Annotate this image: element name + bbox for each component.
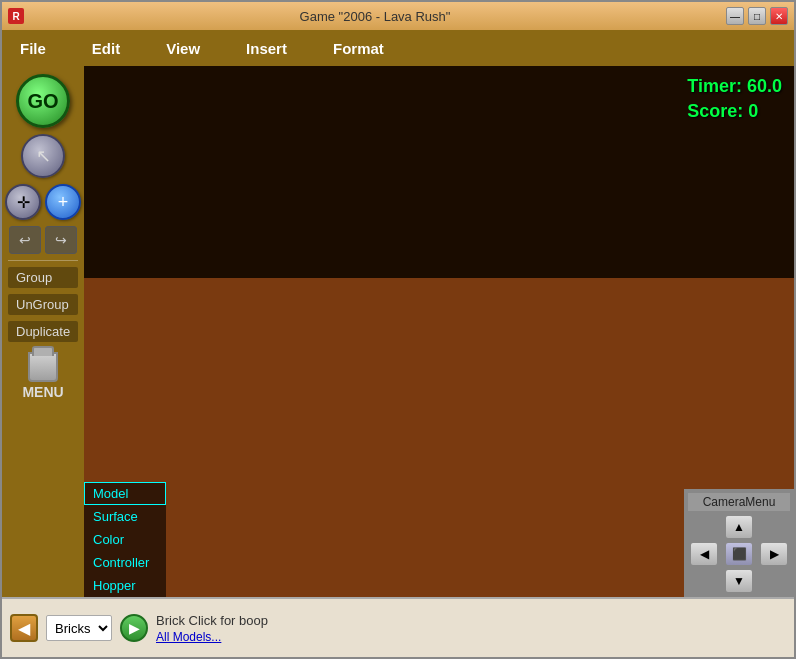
hud-display: Timer: 60.0 Score: 0 bbox=[687, 74, 782, 124]
camera-menu-label: CameraMenu bbox=[688, 493, 790, 511]
window-controls: — □ ✕ bbox=[726, 7, 788, 25]
close-button[interactable]: ✕ bbox=[770, 7, 788, 25]
duplicate-button[interactable]: Duplicate bbox=[8, 321, 78, 342]
tab-controller[interactable]: Controller bbox=[84, 551, 166, 574]
tool-row: ✛ + bbox=[5, 184, 81, 220]
game-canvas: Timer: 60.0 Score: 0 Model Surface Color… bbox=[84, 66, 794, 597]
prev-arrow-icon: ◀ bbox=[18, 619, 30, 638]
app-icon: R bbox=[8, 8, 24, 24]
model-select[interactable]: Bricks bbox=[46, 615, 112, 641]
cam-left-button[interactable]: ◀ bbox=[690, 542, 718, 566]
camera-controls: ▲ ◀ ⬛ ▶ ▼ bbox=[688, 515, 790, 593]
trash-icon bbox=[28, 352, 58, 382]
all-models-link[interactable]: All Models... bbox=[156, 630, 268, 644]
cam-up-button[interactable]: ▲ bbox=[725, 515, 753, 539]
ungroup-button[interactable]: UnGroup bbox=[8, 294, 78, 315]
cam-center-button[interactable]: ⬛ bbox=[725, 542, 753, 566]
tab-hopper[interactable]: Hopper bbox=[84, 574, 166, 597]
cam-right-button[interactable]: ▶ bbox=[760, 542, 788, 566]
brick-info: Brick Click for boop All Models... bbox=[156, 613, 268, 644]
trash-button[interactable]: MENU bbox=[23, 352, 63, 400]
move-tool-button[interactable]: ✛ bbox=[5, 184, 41, 220]
cursor-tool-button[interactable]: ↖ bbox=[21, 134, 65, 178]
left-toolbar: GO ↖ ✛ + ↩ ↪ bbox=[2, 66, 84, 597]
play-icon: ▶ bbox=[129, 620, 140, 636]
menu-label: MENU bbox=[22, 384, 63, 400]
menu-bar: File Edit View Insert Format bbox=[2, 30, 794, 66]
minimize-button[interactable]: — bbox=[726, 7, 744, 25]
menu-edit[interactable]: Edit bbox=[84, 36, 128, 61]
toolbar-divider-1 bbox=[8, 260, 78, 261]
main-area: GO ↖ ✛ + ↩ ↪ bbox=[2, 66, 794, 597]
go-button[interactable]: GO bbox=[16, 74, 70, 128]
add-tool-button[interactable]: + bbox=[45, 184, 81, 220]
action-icon-1: ↩ bbox=[19, 232, 31, 248]
play-button[interactable]: ▶ bbox=[120, 614, 148, 642]
menu-format[interactable]: Format bbox=[325, 36, 392, 61]
game-viewport[interactable]: Timer: 60.0 Score: 0 Model Surface Color… bbox=[84, 66, 794, 597]
menu-file[interactable]: File bbox=[12, 36, 54, 61]
main-window: R Game "2006 - Lava Rush" — □ ✕ File Edi… bbox=[0, 0, 796, 659]
score-display: Score: 0 bbox=[687, 99, 782, 124]
bottom-panel: ◀ Bricks ▶ Brick Click for boop All Mode… bbox=[2, 597, 794, 657]
tab-surface[interactable]: Surface bbox=[84, 505, 166, 528]
tab-color[interactable]: Color bbox=[84, 528, 166, 551]
timer-display: Timer: 60.0 bbox=[687, 74, 782, 99]
prev-arrow-button[interactable]: ◀ bbox=[10, 614, 38, 642]
action-btn-2[interactable]: ↪ bbox=[45, 226, 77, 254]
side-panel: Model Surface Color Controller Hopper bbox=[84, 482, 166, 597]
action-icon-2: ↪ bbox=[55, 232, 67, 248]
menu-insert[interactable]: Insert bbox=[238, 36, 295, 61]
title-bar: R Game "2006 - Lava Rush" — □ ✕ bbox=[2, 2, 794, 30]
group-button[interactable]: Group bbox=[8, 267, 78, 288]
action-btn-1[interactable]: ↩ bbox=[9, 226, 41, 254]
action-row: ↩ ↪ bbox=[9, 226, 77, 254]
maximize-button[interactable]: □ bbox=[748, 7, 766, 25]
plus-icon: + bbox=[58, 192, 69, 213]
tab-model[interactable]: Model bbox=[84, 482, 166, 505]
menu-view[interactable]: View bbox=[158, 36, 208, 61]
cam-down-button[interactable]: ▼ bbox=[725, 569, 753, 593]
window-title: Game "2006 - Lava Rush" bbox=[300, 9, 451, 24]
brick-click-text: Brick Click for boop bbox=[156, 613, 268, 628]
camera-menu: CameraMenu ▲ ◀ ⬛ ▶ ▼ bbox=[684, 489, 794, 597]
cursor-icon: ↖ bbox=[36, 145, 51, 167]
move-icon: ✛ bbox=[17, 193, 30, 212]
